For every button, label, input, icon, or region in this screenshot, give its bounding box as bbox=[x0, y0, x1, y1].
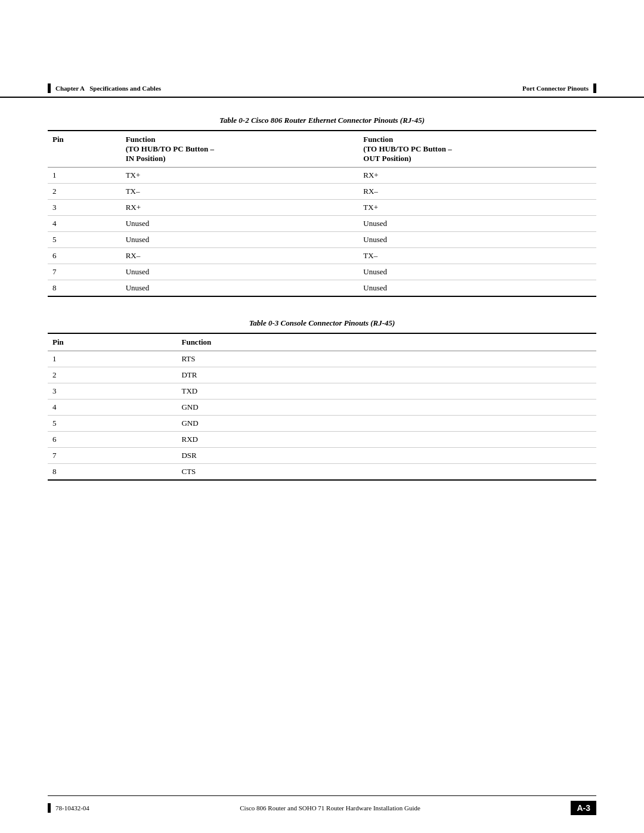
func-out-1: RX+ bbox=[358, 168, 596, 184]
func-c2: DTR bbox=[177, 367, 596, 383]
table-row: 1 TX+ RX+ bbox=[48, 168, 596, 184]
table-row: 7 DSR bbox=[48, 448, 596, 464]
table1-col-func-in: Function (TO HUB/TO PC Button –IN Positi… bbox=[121, 131, 359, 168]
doc-number: 78-10432-04 bbox=[55, 804, 89, 812]
func-in-2: TX– bbox=[121, 184, 359, 200]
page-number: A-3 bbox=[571, 801, 596, 815]
footer-bar-icon bbox=[48, 803, 51, 813]
func-c6: RXD bbox=[177, 432, 596, 448]
table-row: 6 RX– TX– bbox=[48, 248, 596, 264]
func-out-4: Unused bbox=[358, 216, 596, 232]
func-in-7: Unused bbox=[121, 264, 359, 280]
func-c5: GND bbox=[177, 416, 596, 432]
table-row: 8 CTS bbox=[48, 464, 596, 481]
table-row: 3 RX+ TX+ bbox=[48, 200, 596, 216]
pin-6: 6 bbox=[48, 248, 121, 264]
func-in-1: TX+ bbox=[121, 168, 359, 184]
footer-divider bbox=[48, 795, 596, 796]
pin-c2: 2 bbox=[48, 367, 177, 383]
func-c8: CTS bbox=[177, 464, 596, 481]
pin-c1: 1 bbox=[48, 351, 177, 367]
table1: Pin Function (TO HUB/TO PC Button –IN Po… bbox=[48, 130, 596, 297]
table-row: 5 GND bbox=[48, 416, 596, 432]
func-in-5: Unused bbox=[121, 232, 359, 248]
func-in-8: Unused bbox=[121, 280, 359, 297]
table2-col-function: Function bbox=[177, 333, 596, 351]
table2-col-pin: Pin bbox=[48, 333, 177, 351]
func-in-6: RX– bbox=[121, 248, 359, 264]
func-out-3: TX+ bbox=[358, 200, 596, 216]
pin-2: 2 bbox=[48, 184, 121, 200]
table-row: 5 Unused Unused bbox=[48, 232, 596, 248]
chapter-label: Chapter A bbox=[55, 85, 85, 92]
pin-c6: 6 bbox=[48, 432, 177, 448]
page: Chapter A Specifications and Cables Port… bbox=[0, 0, 644, 833]
header-right: Port Connector Pinouts bbox=[522, 83, 596, 93]
table-row: 6 RXD bbox=[48, 432, 596, 448]
table1-body: 1 TX+ RX+ 2 TX– RX– 3 RX+ TX+ bbox=[48, 168, 596, 297]
func-out-6: TX– bbox=[358, 248, 596, 264]
chapter-section: Specifications and Cables bbox=[89, 85, 161, 92]
page-footer: 78-10432-04 Cisco 806 Router and SOHO 71… bbox=[0, 795, 644, 833]
func-c7: DSR bbox=[177, 448, 596, 464]
func-out-5: Unused bbox=[358, 232, 596, 248]
page-header: Chapter A Specifications and Cables Port… bbox=[0, 0, 644, 98]
func-out-7: Unused bbox=[358, 264, 596, 280]
table-row: 2 TX– RX– bbox=[48, 184, 596, 200]
func-out-8: Unused bbox=[358, 280, 596, 297]
table-row: 4 Unused Unused bbox=[48, 216, 596, 232]
func-out-2: RX– bbox=[358, 184, 596, 200]
table2: Pin Function 1 RTS 2 DTR 3 TXD bbox=[48, 333, 596, 481]
footer-page: A-3 bbox=[571, 801, 596, 815]
func-c1: RTS bbox=[177, 351, 596, 367]
footer-doc-number: 78-10432-04 bbox=[48, 803, 89, 813]
pin-5: 5 bbox=[48, 232, 121, 248]
table1-title: Table 0-2 Cisco 806 Router Ethernet Conn… bbox=[48, 116, 596, 125]
pin-c4: 4 bbox=[48, 400, 177, 416]
func-c3: TXD bbox=[177, 383, 596, 400]
header-left: Chapter A Specifications and Cables bbox=[48, 83, 161, 93]
table1-col-pin: Pin bbox=[48, 131, 121, 168]
table-row: 2 DTR bbox=[48, 367, 596, 383]
pin-c7: 7 bbox=[48, 448, 177, 464]
header-bar-left-icon bbox=[48, 83, 51, 93]
pin-4: 4 bbox=[48, 216, 121, 232]
table2-header: Pin Function bbox=[48, 333, 596, 351]
page-content: Table 0-2 Cisco 806 Router Ethernet Conn… bbox=[0, 98, 644, 550]
func-in-4: Unused bbox=[121, 216, 359, 232]
table-row: 7 Unused Unused bbox=[48, 264, 596, 280]
table2-header-row: Pin Function bbox=[48, 333, 596, 351]
func-in-3: RX+ bbox=[121, 200, 359, 216]
pin-7: 7 bbox=[48, 264, 121, 280]
header-right-label: Port Connector Pinouts bbox=[522, 85, 589, 92]
table2-body: 1 RTS 2 DTR 3 TXD 4 GND bbox=[48, 351, 596, 481]
pin-c3: 3 bbox=[48, 383, 177, 400]
footer-guide-title: Cisco 806 Router and SOHO 71 Router Hard… bbox=[89, 804, 571, 812]
table2-title: Table 0-3 Console Connector Pinouts (RJ-… bbox=[48, 318, 596, 328]
table2-section: Table 0-3 Console Connector Pinouts (RJ-… bbox=[48, 318, 596, 481]
footer-content: 78-10432-04 Cisco 806 Router and SOHO 71… bbox=[48, 801, 596, 815]
table-row: 8 Unused Unused bbox=[48, 280, 596, 297]
func-c4: GND bbox=[177, 400, 596, 416]
table1-col-func-out: Function (TO HUB/TO PC Button –OUT Posit… bbox=[358, 131, 596, 168]
table-row: 3 TXD bbox=[48, 383, 596, 400]
pin-c8: 8 bbox=[48, 464, 177, 481]
header-bar-right-icon bbox=[593, 83, 596, 93]
pin-8: 8 bbox=[48, 280, 121, 297]
pin-3: 3 bbox=[48, 200, 121, 216]
table-row: 1 RTS bbox=[48, 351, 596, 367]
table1-header: Pin Function (TO HUB/TO PC Button –IN Po… bbox=[48, 131, 596, 168]
table1-section: Table 0-2 Cisco 806 Router Ethernet Conn… bbox=[48, 116, 596, 297]
table-row: 4 GND bbox=[48, 400, 596, 416]
table1-header-row: Pin Function (TO HUB/TO PC Button –IN Po… bbox=[48, 131, 596, 168]
pin-1: 1 bbox=[48, 168, 121, 184]
pin-c5: 5 bbox=[48, 416, 177, 432]
